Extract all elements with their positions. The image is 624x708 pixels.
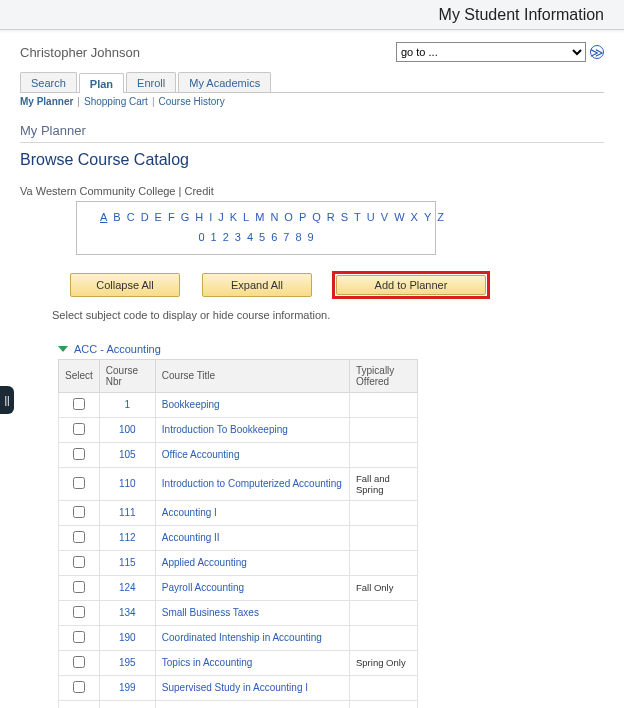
course-title-link[interactable]: Introduction to Computerized Accounting [162,478,342,489]
num-link-7[interactable]: 7 [283,231,289,243]
alpha-link-b[interactable]: B [113,211,120,223]
alpha-link-n[interactable]: N [270,211,278,223]
cell-course-nbr[interactable]: 115 [99,550,155,575]
cell-course-title: Coordinated Intenship in Accounting [155,625,349,650]
num-link-5[interactable]: 5 [259,231,265,243]
cell-course-nbr[interactable]: 100 [99,417,155,442]
table-row: 124Payroll AccountingFall Only [59,575,418,600]
add-to-planner-button[interactable]: Add to Planner [336,275,486,295]
alpha-link-h[interactable]: H [195,211,203,223]
alpha-link-w[interactable]: W [394,211,404,223]
select-checkbox[interactable] [73,531,85,543]
expand-all-button[interactable]: Expand All [202,273,312,297]
select-checkbox[interactable] [73,656,85,668]
cell-course-nbr[interactable]: 199 [99,675,155,700]
cell-course-title: Office Accounting [155,442,349,467]
select-checkbox[interactable] [73,606,85,618]
course-title-link[interactable]: Office Accounting [162,449,240,460]
select-checkbox[interactable] [73,477,85,489]
alpha-link-j[interactable]: J [218,211,224,223]
alpha-link-y[interactable]: Y [424,211,431,223]
cell-course-nbr[interactable]: 1 [99,392,155,417]
select-checkbox[interactable] [73,631,85,643]
cell-select [59,550,100,575]
alpha-link-x[interactable]: X [411,211,418,223]
tab-my-academics[interactable]: My Academics [178,72,271,92]
course-title-link[interactable]: Supervised Study in Accounting I [162,682,308,693]
alpha-link-q[interactable]: Q [312,211,321,223]
select-checkbox[interactable] [73,398,85,410]
subnav: My Planner|Shopping Cart|Course History [20,92,604,113]
cell-select [59,500,100,525]
alpha-link-m[interactable]: M [255,211,264,223]
cell-course-nbr[interactable]: 110 [99,467,155,500]
subnav-my-planner[interactable]: My Planner [20,96,73,107]
num-link-9[interactable]: 9 [308,231,314,243]
cell-typically-offered [350,550,418,575]
alpha-link-u[interactable]: U [367,211,375,223]
select-checkbox[interactable] [73,448,85,460]
subnav-separator: | [77,96,80,107]
num-link-3[interactable]: 3 [235,231,241,243]
course-title-link[interactable]: Bookkeeping [162,399,220,410]
subnav-shopping-cart[interactable]: Shopping Cart [84,96,148,107]
tab-search[interactable]: Search [20,72,77,92]
course-title-link[interactable]: Accounting II [162,532,220,543]
tab-plan[interactable]: Plan [79,73,124,93]
cell-course-nbr[interactable]: 134 [99,600,155,625]
cell-course-nbr[interactable]: 105 [99,442,155,467]
course-title-link[interactable]: Accounting I [162,507,217,518]
alpha-link-d[interactable]: D [141,211,149,223]
cell-select [59,700,100,708]
course-title-link[interactable]: Applied Accounting [162,557,247,568]
goto-select[interactable]: go to ... [396,42,586,62]
cell-course-nbr[interactable]: 111 [99,500,155,525]
alpha-link-r[interactable]: R [327,211,335,223]
alpha-link-v[interactable]: V [381,211,388,223]
alpha-link-p[interactable]: P [299,211,306,223]
alpha-link-t[interactable]: T [354,211,361,223]
num-link-8[interactable]: 8 [295,231,301,243]
select-checkbox[interactable] [73,506,85,518]
course-title-link[interactable]: Small Business Taxes [162,607,259,618]
num-link-2[interactable]: 2 [223,231,229,243]
alpha-link-k[interactable]: K [230,211,237,223]
course-title-link[interactable]: Topics in Accounting [162,657,253,668]
alpha-link-a[interactable]: A [100,211,107,223]
alpha-link-o[interactable]: O [284,211,293,223]
subject-header[interactable]: ACC - Accounting [58,343,604,355]
select-checkbox[interactable] [73,556,85,568]
side-drawer-handle[interactable]: || [0,386,14,414]
course-title-link[interactable]: Payroll Accounting [162,582,244,593]
alpha-link-c[interactable]: C [127,211,135,223]
alpha-link-g[interactable]: G [181,211,190,223]
num-link-4[interactable]: 4 [247,231,253,243]
select-checkbox[interactable] [73,581,85,593]
course-title-link[interactable]: Coordinated Intenship in Accounting [162,632,322,643]
tab-enroll[interactable]: Enroll [126,72,176,92]
alpha-link-l[interactable]: L [243,211,249,223]
course-title-link[interactable]: Introduction To Bookkeeping [162,424,288,435]
alpha-link-e[interactable]: E [155,211,162,223]
cell-course-nbr[interactable]: 211 [99,700,155,708]
num-link-1[interactable]: 1 [211,231,217,243]
cell-course-nbr[interactable]: 124 [99,575,155,600]
num-link-6[interactable]: 6 [271,231,277,243]
alpha-link-f[interactable]: F [168,211,175,223]
page-heading: My Planner [20,119,604,143]
alpha-link-i[interactable]: I [209,211,212,223]
subnav-course-history[interactable]: Course History [159,96,225,107]
select-checkbox[interactable] [73,681,85,693]
cell-typically-offered [350,525,418,550]
cell-course-title: Accounting I [155,500,349,525]
num-link-0[interactable]: 0 [198,231,204,243]
cell-course-nbr[interactable]: 112 [99,525,155,550]
cell-course-nbr[interactable]: 195 [99,650,155,675]
cell-course-title: Bookkeeping [155,392,349,417]
collapse-all-button[interactable]: Collapse All [70,273,180,297]
alpha-link-s[interactable]: S [341,211,348,223]
cell-course-nbr[interactable]: 190 [99,625,155,650]
go-icon[interactable]: ≫ [590,45,604,59]
alpha-link-z[interactable]: Z [437,211,444,223]
select-checkbox[interactable] [73,423,85,435]
